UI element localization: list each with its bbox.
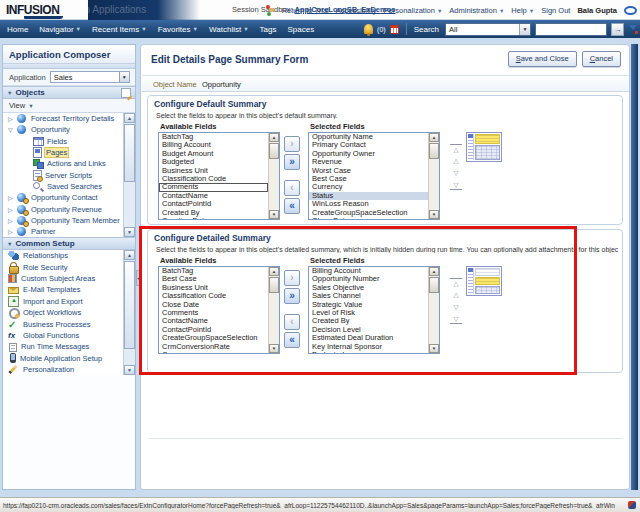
selected-fields-listbox[interactable]: Opportunity NamePrimary ContactOpportuni… xyxy=(308,132,440,220)
search-go-button[interactable]: → xyxy=(611,23,624,36)
search-input[interactable] xyxy=(535,23,607,36)
move-all-left-button[interactable]: « xyxy=(284,332,300,348)
common-setup-item[interactable]: Role Security xyxy=(3,261,135,272)
field-option[interactable]: Sales Channel xyxy=(309,292,428,300)
return-to-trial-link[interactable]: Return to Trial xyxy=(282,6,329,15)
tree-expander-icon[interactable] xyxy=(8,206,17,213)
chevron-down-icon[interactable]: ▼ xyxy=(119,72,129,82)
tree-expander-icon[interactable] xyxy=(8,217,17,224)
common-setup-item[interactable]: Custom Subject Areas xyxy=(3,273,135,284)
nav-menu-item[interactable]: Favorites▼ xyxy=(158,25,198,34)
field-option[interactable]: Comments xyxy=(159,183,268,191)
scroll-up-button[interactable]: ▲ xyxy=(269,267,279,276)
listbox-scrollbar[interactable]: ▲▼ xyxy=(428,267,439,353)
field-option[interactable]: BatchTag xyxy=(159,267,268,275)
common-setup-accordion-header[interactable]: ▼ Common Setup xyxy=(3,237,135,250)
field-option[interactable]: Key Internal Sponsor xyxy=(309,343,428,351)
nav-menu-item[interactable]: Home▼ xyxy=(7,25,28,34)
move-to-top-button[interactable]: △ xyxy=(450,144,462,154)
tree-scrollbar[interactable]: ▲ ▼ xyxy=(123,113,135,237)
field-option[interactable]: ContactPointId xyxy=(159,200,268,208)
field-option[interactable]: Estimated Deal Duration xyxy=(309,334,428,342)
field-option[interactable]: CreateGroupSpaceSelection xyxy=(159,334,268,342)
search-scope-select[interactable]: All ▼ xyxy=(445,23,531,36)
field-option[interactable]: Comments xyxy=(159,309,268,317)
field-option[interactable]: Sales Objective xyxy=(309,284,428,292)
listbox-scrollbar[interactable]: ▲▼ xyxy=(428,133,439,219)
tree-item[interactable]: Opportunity Team Member xyxy=(3,215,135,226)
field-option[interactable]: ContactName xyxy=(159,317,268,325)
nav-menu-item[interactable]: Watchlist▼ xyxy=(209,25,249,34)
available-fields-listbox[interactable]: BatchTagBest CaseBusiness UnitClassifica… xyxy=(158,266,280,354)
tree-item[interactable]: Pages xyxy=(3,147,135,158)
tree-item[interactable]: Fields xyxy=(3,136,135,147)
field-option[interactable]: Opportunity Number xyxy=(309,275,428,283)
help-menu[interactable]: Help▼ xyxy=(511,6,534,15)
field-option[interactable]: Best Case xyxy=(309,175,428,183)
field-option[interactable]: Best Case xyxy=(159,275,268,283)
scroll-up-button[interactable]: ▲ xyxy=(429,267,439,276)
move-to-top-button[interactable]: △ xyxy=(450,278,462,288)
application-select[interactable]: Sales ▼ xyxy=(50,71,130,83)
listbox-scrollbar[interactable]: ▲▼ xyxy=(268,267,279,353)
common-setup-scrollbar[interactable]: ▲ ▼ xyxy=(123,250,135,375)
personalization-menu[interactable]: Personalization▼ xyxy=(384,6,443,15)
tree-item[interactable]: Opportunity Contact xyxy=(3,192,135,203)
scrollbar-thumb[interactable] xyxy=(124,124,135,182)
move-all-left-button[interactable]: « xyxy=(284,198,300,214)
scroll-down-button[interactable]: ▼ xyxy=(269,344,279,353)
common-setup-item[interactable]: Mobile Application Setup xyxy=(3,353,135,364)
tree-item[interactable]: Opportunity xyxy=(3,124,135,135)
common-setup-item[interactable]: E-Mail Templates xyxy=(3,284,135,295)
nav-menu-item[interactable]: Navigator▼ xyxy=(39,25,81,34)
scroll-up-button[interactable]: ▲ xyxy=(269,133,279,142)
save-and-close-button[interactable]: Save and Close xyxy=(508,51,577,67)
tree-item[interactable]: Opportunity Revenue xyxy=(3,203,135,214)
field-option[interactable]: Created By xyxy=(159,209,268,217)
move-all-right-button[interactable]: » xyxy=(284,288,300,304)
field-option[interactable]: Billing Account xyxy=(159,141,268,149)
move-to-bottom-button[interactable]: ▽ xyxy=(450,180,462,190)
move-selected-right-button[interactable]: › xyxy=(284,270,300,286)
move-selected-left-button[interactable]: ‹ xyxy=(284,180,300,196)
field-option[interactable]: Opportunity Name xyxy=(309,133,428,141)
selected-fields-listbox[interactable]: Billing AccountOpportunity NumberSales O… xyxy=(308,266,440,354)
tree-item[interactable]: Saved Searches xyxy=(3,181,135,192)
tree-item[interactable]: Partner xyxy=(3,226,135,237)
scroll-down-button[interactable]: ▼ xyxy=(429,210,439,219)
scroll-down-button[interactable]: ▼ xyxy=(269,210,279,219)
move-to-bottom-button[interactable]: ▽ xyxy=(450,314,462,324)
field-option[interactable]: Creation Date xyxy=(159,217,268,220)
accessibility-link[interactable]: Accessibility xyxy=(336,6,377,15)
move-selected-right-button[interactable]: › xyxy=(284,136,300,152)
field-option[interactable]: Budgeted xyxy=(309,351,428,354)
nav-menu-item[interactable]: Tags▼ xyxy=(260,25,277,34)
notifications-bell-icon[interactable] xyxy=(364,24,373,34)
scrollbar-thumb[interactable] xyxy=(124,261,135,349)
field-option[interactable]: Opportunity Owner xyxy=(309,150,428,158)
scroll-down-button[interactable]: ▼ xyxy=(429,344,439,353)
available-fields-listbox[interactable]: BatchTagBilling AccountBudget AmountBudg… xyxy=(158,132,280,220)
tree-item[interactable]: Actions and Links xyxy=(3,158,135,169)
field-option[interactable]: Billing Account xyxy=(309,267,428,275)
common-setup-item[interactable]: Global Functions xyxy=(3,330,135,341)
field-option[interactable]: Created By xyxy=(309,317,428,325)
field-option[interactable]: Status xyxy=(309,192,428,200)
field-option[interactable]: Decision Level xyxy=(309,326,428,334)
tree-expander-icon[interactable] xyxy=(8,228,17,235)
move-up-button[interactable]: △ xyxy=(450,156,462,166)
field-option[interactable]: Worst Case xyxy=(309,167,428,175)
common-setup-item[interactable]: Object Workflows xyxy=(3,307,135,318)
scroll-down-button[interactable]: ▼ xyxy=(124,365,135,375)
field-option[interactable]: CrmConversionRate xyxy=(159,343,268,351)
listbox-scrollbar[interactable]: ▲▼ xyxy=(268,133,279,219)
field-option[interactable]: Revenue xyxy=(309,158,428,166)
tree-expander-icon[interactable] xyxy=(8,194,17,201)
common-setup-item[interactable]: Business Processes xyxy=(3,318,135,329)
field-option[interactable]: BatchTag xyxy=(159,133,268,141)
field-option[interactable]: Close Date xyxy=(309,217,428,220)
chevron-down-icon[interactable]: ▼ xyxy=(519,24,530,35)
scroll-up-button[interactable]: ▲ xyxy=(124,113,135,123)
nav-menu-item[interactable]: Spaces▼ xyxy=(288,25,315,34)
common-setup-item[interactable]: Personalization xyxy=(3,364,135,375)
